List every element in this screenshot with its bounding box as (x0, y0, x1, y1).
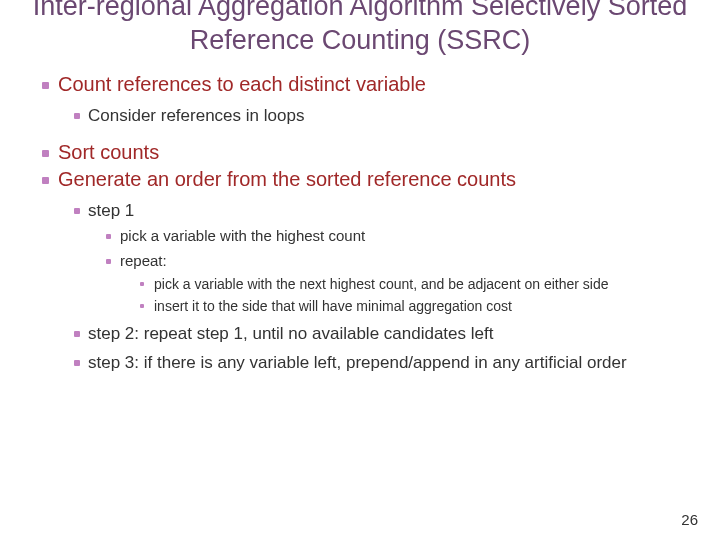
bullet-lvl1: Sort counts (30, 140, 690, 165)
bullet-lvl3: repeat: (30, 252, 690, 271)
bullet-lvl4: pick a variable with the next highest co… (30, 275, 690, 293)
bullet-lvl1: Generate an order from the sorted refere… (30, 167, 690, 192)
bullet-lvl1: Count references to each distinct variab… (30, 72, 690, 97)
slide-title: Inter-regional Aggregation Algorithm Sel… (30, 0, 690, 58)
bullet-lvl3: pick a variable with the highest count (30, 227, 690, 246)
bullet-lvl4: insert it to the side that will have min… (30, 297, 690, 315)
bullet-lvl2: step 3: if there is any variable left, p… (30, 352, 690, 373)
bullet-lvl2: step 1 (30, 200, 690, 221)
bullet-lvl2: step 2: repeat step 1, until no availabl… (30, 323, 690, 344)
bullet-lvl2: Consider references in loops (30, 105, 690, 126)
page-number: 26 (681, 511, 698, 528)
slide-content: Inter-regional Aggregation Algorithm Sel… (0, 0, 720, 373)
